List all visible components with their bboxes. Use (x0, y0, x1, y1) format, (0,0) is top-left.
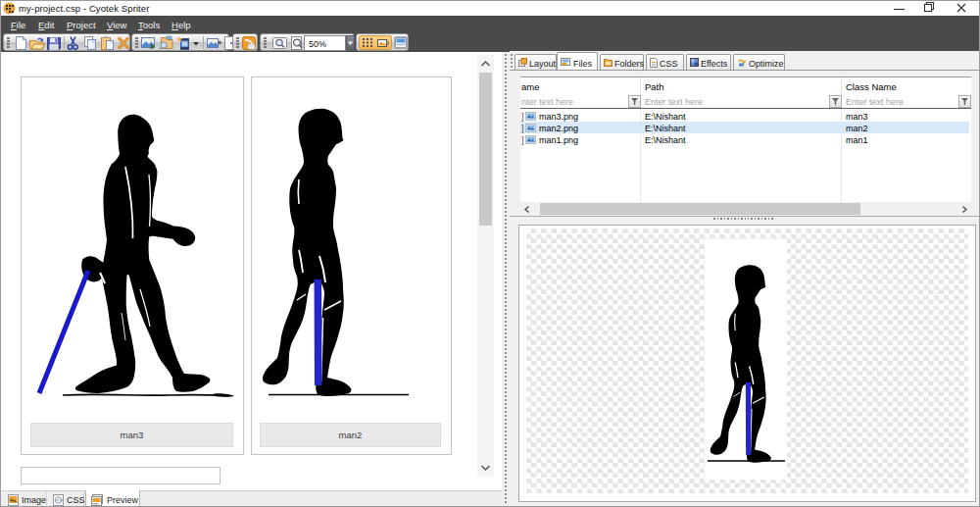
svg-text:<>: <> (56, 497, 64, 503)
